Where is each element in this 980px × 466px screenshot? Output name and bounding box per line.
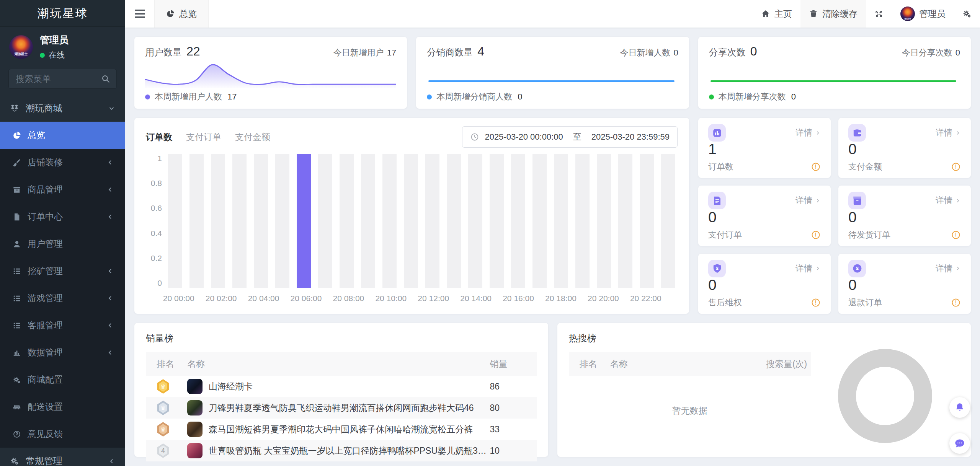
chevron-left-icon bbox=[106, 322, 114, 329]
date-start[interactable]: 2025-03-20 00:00:00 bbox=[485, 132, 563, 142]
sales-cell: 10 bbox=[490, 446, 537, 456]
bar bbox=[232, 154, 247, 288]
stat-card-pay-orders: 详情 0 支付订单 bbox=[698, 186, 831, 246]
y-tick-label: 0 bbox=[157, 279, 162, 288]
menu-toggle-icon[interactable] bbox=[125, 0, 154, 28]
y-tick-label: 1 bbox=[157, 154, 162, 163]
legend-value: 17 bbox=[227, 92, 237, 102]
sidebar-item-orders[interactable]: 订单中心 bbox=[0, 203, 125, 230]
sidebar-item-mining[interactable]: 挖矿管理 bbox=[0, 257, 125, 285]
sidebar-item-shop-design[interactable]: 店铺装修 bbox=[0, 149, 125, 176]
table-header: 排名 名称 搜索量(次) bbox=[569, 352, 811, 376]
clock-icon bbox=[470, 132, 479, 142]
col-sales-header: 销量 bbox=[490, 358, 537, 370]
chevron-right-icon bbox=[815, 130, 821, 136]
table-row: ♛ 森马国潮短裤男夏季潮印花大码中国风裤子休闲嘻哈潮流宽松五分裤 33 bbox=[146, 419, 537, 440]
sidebar-item-goods[interactable]: 商品管理 bbox=[0, 176, 125, 203]
stat-value: 0 bbox=[848, 210, 961, 225]
sidebar-item-data[interactable]: 数据管理 bbox=[0, 339, 125, 366]
chevron-left-icon bbox=[106, 349, 114, 356]
chevron-left-icon bbox=[106, 295, 114, 302]
rank-medal-icon: ♛ bbox=[157, 379, 170, 394]
sparkline-area-chart bbox=[145, 62, 396, 88]
sidebar-item-feedback[interactable]: 意见反馈 bbox=[0, 420, 125, 448]
rank-cell: ♛ bbox=[146, 401, 187, 415]
chart-tab-1[interactable]: 支付订单 bbox=[186, 131, 221, 143]
svg-text:¥: ¥ bbox=[856, 266, 859, 271]
sidebar-item-mall-config[interactable]: 商城配置 bbox=[0, 366, 125, 393]
admin-menu[interactable]: 潮游星空 管理员 bbox=[892, 0, 954, 28]
fullscreen-button[interactable] bbox=[866, 0, 892, 28]
x-tick-label: 20 04:00 bbox=[248, 294, 279, 303]
stat-card-bottom: 支付金额 bbox=[848, 161, 961, 173]
user-status-label: 在线 bbox=[49, 50, 65, 60]
sidebar-item-general[interactable]: 常规管理 bbox=[0, 448, 125, 466]
home-link[interactable]: 主页 bbox=[753, 0, 800, 28]
donut-chart bbox=[838, 349, 932, 443]
legend-label: 本周新增用户人数 bbox=[155, 91, 222, 103]
user-name: 管理员 bbox=[40, 34, 69, 46]
gears-icon bbox=[10, 456, 19, 466]
avatar[interactable]: 潮游星空 bbox=[9, 35, 33, 59]
col-rank-header: 排名 bbox=[569, 358, 610, 370]
archive-icon bbox=[13, 186, 21, 194]
notifications-button[interactable] bbox=[949, 397, 970, 418]
y-tick-label: 0.6 bbox=[151, 204, 162, 213]
x-tick-label: 20 10:00 bbox=[375, 294, 407, 303]
chart-tab-2[interactable]: 支付金额 bbox=[235, 131, 270, 143]
stat-card-bottom: 售后维权 bbox=[708, 297, 821, 308]
col-rank-header: 排名 bbox=[146, 358, 187, 370]
stat-chart-icon bbox=[708, 124, 726, 142]
sales-cell: 80 bbox=[490, 403, 537, 413]
date-range-picker[interactable]: 2025-03-20 00:00:00 至 2025-03-20 23:59:5… bbox=[462, 126, 678, 148]
clear-cache-button[interactable]: 清除缓存 bbox=[800, 0, 866, 28]
rank-row: 销量榜 排名 名称 销量 ♛ 山海经潮卡 86 ♛ 刀锋男鞋夏季透气防臭飞织运动… bbox=[134, 323, 971, 457]
chat-button[interactable] bbox=[949, 433, 970, 454]
sidebar-item-label: 数据管理 bbox=[28, 347, 63, 358]
chevron-right-icon bbox=[955, 198, 961, 204]
detail-link[interactable]: 详情 bbox=[795, 263, 821, 274]
sidebar-item-support[interactable]: 客服管理 bbox=[0, 312, 125, 339]
warning-icon bbox=[951, 162, 961, 172]
detail-link[interactable]: 详情 bbox=[795, 195, 821, 206]
avatar-text: 潮游星空 bbox=[905, 18, 911, 21]
sidebar-item-mall-root[interactable]: 潮玩商城 bbox=[0, 95, 125, 122]
stat-card-bottom: 支付订单 bbox=[708, 229, 821, 241]
empty-state: 暂无数据 bbox=[569, 376, 811, 445]
sidebar-item-overview[interactable]: 总览 bbox=[0, 122, 125, 149]
x-tick-label: 20 16:00 bbox=[503, 294, 534, 303]
sidebar-item-delivery[interactable]: 配送设置 bbox=[0, 393, 125, 420]
donut-wrap bbox=[811, 344, 959, 448]
stat-card-top: 详情 bbox=[848, 124, 961, 142]
bar bbox=[490, 154, 504, 288]
today-stat: 今日新增人数0 bbox=[620, 47, 678, 59]
name-cell: 森马国潮短裤男夏季潮印花大码中国风裤子休闲嘻哈潮流宽松五分裤 bbox=[187, 422, 490, 437]
sidebar-item-games[interactable]: 游戏管理 bbox=[0, 285, 125, 312]
card-title: 用户数量 bbox=[145, 46, 182, 59]
chart-tab-0[interactable]: 订单数 bbox=[146, 131, 172, 143]
chevron-left-icon bbox=[106, 186, 114, 193]
y-tick-label: 0.2 bbox=[151, 254, 162, 263]
sparkline bbox=[145, 62, 396, 88]
detail-link[interactable]: 详情 bbox=[936, 195, 961, 206]
date-end[interactable]: 2025-03-20 23:59:59 bbox=[591, 132, 670, 142]
sidebar-item-label: 店铺装修 bbox=[28, 156, 63, 168]
bar bbox=[404, 154, 418, 288]
y-axis: 10.80.60.40.20 bbox=[146, 154, 168, 305]
card-legend: 本周新增分享次数 0 bbox=[709, 91, 960, 103]
detail-link[interactable]: 详情 bbox=[795, 127, 821, 138]
settings-button[interactable] bbox=[954, 0, 980, 28]
x-tick-label: 20 20:00 bbox=[588, 294, 619, 303]
detail-link[interactable]: 详情 bbox=[936, 127, 961, 138]
bar bbox=[468, 154, 482, 288]
avatar: 潮游星空 bbox=[900, 7, 915, 21]
product-thumbnail bbox=[187, 443, 203, 458]
sidebar-item-label: 客服管理 bbox=[28, 319, 63, 331]
detail-link[interactable]: 详情 bbox=[936, 263, 961, 274]
table-row: ♛ 山海经潮卡 86 bbox=[146, 376, 537, 397]
tab-overview[interactable]: 总览 bbox=[154, 0, 209, 28]
chevron-right-icon bbox=[955, 130, 961, 136]
legend-dot bbox=[145, 95, 150, 99]
sidebar-item-users[interactable]: 用户管理 bbox=[0, 230, 125, 257]
stat-card-after-sale: ¥ 详情 0 售后维权 bbox=[698, 254, 831, 314]
